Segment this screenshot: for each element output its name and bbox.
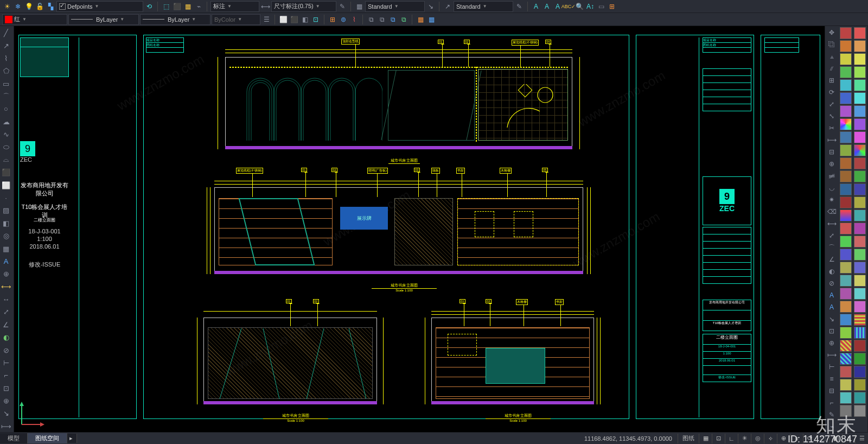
dimbase-icon[interactable]: ⊢ — [825, 361, 838, 372]
make-block-icon[interactable]: ⬜ — [0, 180, 12, 191]
dim-rad-icon[interactable]: ◐ — [0, 332, 12, 343]
pal-a1[interactable] — [840, 131, 852, 143]
pal2-a1[interactable] — [854, 157, 866, 169]
tol2-icon[interactable]: ⊡ — [825, 326, 838, 337]
sb-polar-icon[interactable]: ✳ — [738, 434, 751, 443]
pal2-a2[interactable] — [854, 170, 866, 182]
revcloud-icon[interactable]: ☁ — [0, 116, 12, 128]
pal2-b5[interactable] — [854, 288, 866, 300]
dim-dia-icon[interactable]: ⊘ — [0, 344, 12, 356]
join-icon[interactable]: ⊕ — [825, 158, 838, 169]
pal-b9[interactable] — [840, 327, 852, 339]
block-create-icon[interactable]: ⬛ — [289, 15, 299, 24]
ellipse-arc-icon[interactable]: ⌓ — [0, 154, 12, 166]
text-a1-icon[interactable]: A — [531, 2, 541, 11]
ellipse-icon[interactable]: ⬭ — [0, 141, 12, 153]
center2-icon[interactable]: ⊕ — [825, 338, 838, 348]
spline-icon[interactable]: ∿ — [0, 129, 12, 140]
plotstyle-dropdown[interactable]: ByColor ▼ — [212, 14, 260, 25]
pal-hatch2[interactable] — [840, 353, 852, 365]
block-edit-icon[interactable]: ◧ — [300, 15, 310, 24]
pal-a4[interactable] — [840, 170, 852, 182]
dimstyle-dropdown[interactable]: 尺寸标注(0.75) ▼ — [271, 1, 336, 12]
pal-a3[interactable] — [840, 157, 852, 169]
grid1-icon[interactable]: ▦ — [416, 15, 425, 24]
pal2-4[interactable] — [854, 66, 866, 78]
pal-b7[interactable] — [840, 301, 852, 313]
polygon-icon[interactable]: ⬠ — [0, 65, 12, 77]
color-toggle-icon[interactable]: ▚ — [46, 2, 55, 11]
text-scale-icon[interactable]: A↕ — [585, 2, 595, 11]
pal2-5[interactable] — [854, 79, 866, 91]
pal-b8[interactable] — [840, 314, 852, 326]
inserttable-icon[interactable]: ⊞ — [607, 2, 617, 11]
pal2-6[interactable] — [854, 92, 866, 104]
block-insert-icon[interactable]: ⬜ — [278, 15, 288, 24]
pal-cyan[interactable] — [840, 79, 852, 91]
explode-icon[interactable]: ✷ — [825, 194, 838, 205]
dimedit-icon[interactable]: ✎ — [825, 409, 838, 420]
gradient-icon[interactable]: ◧ — [0, 218, 12, 229]
pal2-h2[interactable] — [854, 327, 866, 339]
extend-icon[interactable]: ⟼ — [825, 135, 838, 145]
xref4-icon[interactable]: ⧉ — [399, 15, 409, 24]
linetype-dropdown[interactable]: ByLayer ▼ — [140, 14, 210, 25]
stretch-icon[interactable]: ⤡ — [825, 111, 838, 122]
pal-c1[interactable] — [840, 366, 852, 378]
leader-icon[interactable]: ↘ — [0, 408, 12, 419]
grid2-icon[interactable]: ▦ — [426, 15, 436, 24]
xref2-icon[interactable]: ⧉ — [377, 15, 387, 24]
pal-b1[interactable] — [840, 223, 852, 234]
pal-a6[interactable] — [840, 196, 852, 208]
dimspace-icon[interactable]: ≡ — [825, 373, 838, 384]
qleader-icon[interactable]: ↘ — [825, 314, 838, 325]
dimtedit-icon[interactable]: ⌁ — [825, 421, 838, 432]
pal2-c2[interactable] — [854, 353, 866, 365]
mleader2-icon[interactable]: ↗ — [443, 2, 452, 11]
pal2-c4[interactable] — [854, 379, 866, 391]
pal2-b1[interactable] — [854, 236, 866, 248]
pal-a5[interactable] — [840, 183, 852, 195]
dim-ord-icon[interactable]: ⊢ — [0, 357, 12, 369]
pal-wheel[interactable] — [840, 118, 852, 130]
text-icon[interactable]: A — [825, 290, 838, 301]
sb-osnap-icon[interactable]: ◎ — [751, 434, 764, 443]
array-icon[interactable]: ⊞ — [825, 75, 838, 86]
mtext-icon[interactable]: A — [0, 256, 12, 267]
scale-icon[interactable]: ⤢ — [825, 99, 838, 110]
offset-icon[interactable]: ⫽ — [825, 63, 838, 74]
layer-iso-icon[interactable]: ⬛ — [172, 2, 182, 11]
dim-edit-icon[interactable]: ✎ — [337, 2, 347, 11]
pal-b6[interactable] — [840, 288, 852, 300]
array-path-icon[interactable]: ⌇ — [349, 15, 359, 24]
pal-c4[interactable] — [840, 405, 852, 417]
ray-icon[interactable]: ↗ — [0, 40, 12, 51]
sb-anno-icon[interactable]: A — [842, 434, 855, 443]
layer-states-icon[interactable]: ⬚ — [161, 2, 171, 11]
pal2-2[interactable] — [854, 40, 866, 52]
mtext2-icon[interactable]: A — [825, 302, 838, 313]
dim-dia2-icon[interactable]: ⊘ — [825, 278, 838, 289]
sb-dyn-icon[interactable]: ⊕ — [777, 434, 790, 443]
lock-icon[interactable]: 🔓 — [35, 2, 44, 11]
pal2-c5[interactable] — [854, 392, 866, 404]
sb-ortho-icon[interactable]: ∟ — [725, 434, 738, 443]
sb-grid-icon[interactable]: ▦ — [699, 434, 712, 443]
mirror-icon[interactable]: ⟁ — [825, 51, 838, 62]
tab-layout[interactable]: 图纸空间 — [28, 433, 67, 443]
rotate-icon[interactable]: ⟳ — [825, 87, 838, 98]
circle-icon[interactable]: ○ — [0, 103, 12, 115]
annotate-group[interactable]: 标注 ▼ — [210, 1, 259, 12]
dim2-icon[interactable]: ↔ — [0, 294, 12, 305]
pal2-b3[interactable] — [854, 262, 866, 274]
dimbreak-icon[interactable]: ⊟ — [825, 385, 838, 396]
arc-icon[interactable]: ⌒ — [0, 91, 12, 102]
spellcheck-icon[interactable]: ABC✓ — [564, 2, 573, 11]
lineweight-dropdown[interactable]: ByLayer ▼ — [68, 14, 139, 25]
chamfer-icon[interactable]: ⧥ — [825, 170, 838, 181]
dim-linear-icon[interactable]: ⟷ — [260, 2, 270, 11]
pal2-c3[interactable] — [854, 366, 866, 378]
pal2-1[interactable] — [854, 27, 866, 39]
dim-rad2-icon[interactable]: ◐ — [825, 266, 838, 277]
copy-icon[interactable]: ⿻ — [825, 39, 838, 50]
